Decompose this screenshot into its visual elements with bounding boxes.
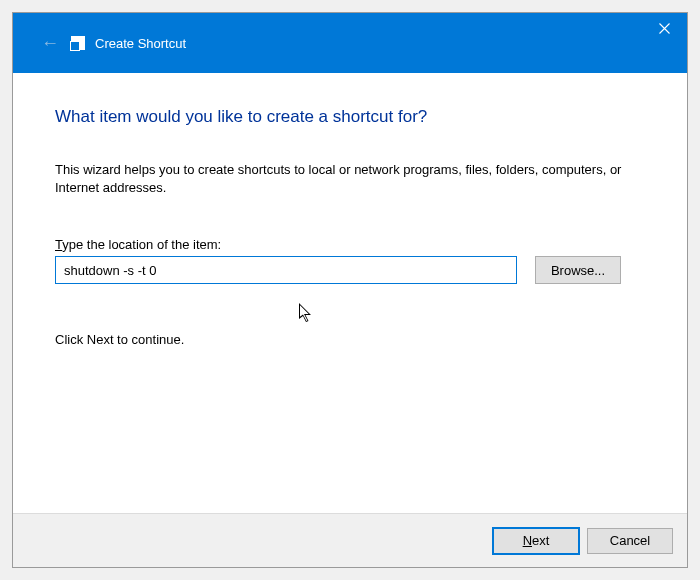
location-field-label: Type the location of the item: [55,237,645,252]
wizard-content: What item would you like to create a sho… [13,73,687,513]
titlebar: ← Create Shortcut [13,13,687,73]
location-input-row: Browse... [55,256,645,284]
wizard-description: This wizard helps you to create shortcut… [55,161,645,197]
window-title: Create Shortcut [95,36,186,51]
browse-button[interactable]: Browse... [535,256,621,284]
next-button[interactable]: Next [493,528,579,554]
back-arrow-icon: ← [41,34,59,52]
wizard-heading: What item would you like to create a sho… [55,107,645,127]
continue-hint: Click Next to continue. [55,332,645,347]
cancel-button[interactable]: Cancel [587,528,673,554]
create-shortcut-wizard: ← Create Shortcut What item would you li… [12,12,688,568]
close-icon [659,23,670,34]
mouse-cursor-icon [299,303,315,325]
location-input[interactable] [55,256,517,284]
shortcut-file-icon [71,36,85,50]
close-button[interactable] [641,13,687,43]
wizard-footer: Next Cancel [13,513,687,567]
